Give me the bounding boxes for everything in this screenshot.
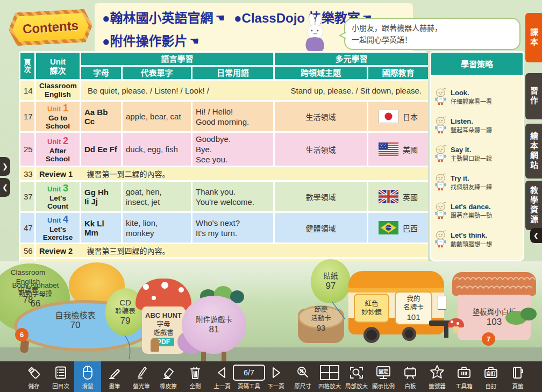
unit4-phrases: Who's next? It's my turn. [192, 212, 274, 244]
save-button[interactable]: 儲存 [20, 361, 47, 392]
toc-list-icon [54, 364, 68, 381]
classroom-english-label[interactable]: Classroom English 中譯表 78 [0, 268, 56, 305]
unit1-phrases: Hi! / Hello! Good morning. [192, 101, 274, 132]
partial-zoom-button[interactable]: 局部放大 [343, 361, 370, 392]
strategy-lets-think: Let's think.動動頭腦想一想 [434, 230, 520, 248]
mouse-tool-button[interactable]: 滑鼠 [74, 361, 101, 392]
hand-cursor-icon: ☚ [190, 35, 199, 47]
table-row-unit4: 47 Unit 4 Let's Exercise Kk Ll Mm kite, … [20, 212, 429, 244]
mushroom-door [151, 338, 159, 352]
contents-table: 頁次 Unit課次 語言學習 多元學習 字母 代表單字 日常用語 跨領域主題 國… [19, 51, 428, 289]
van-window-red-mirror[interactable]: 紅色 妙妙鏡 [354, 294, 389, 323]
sticker-balloon[interactable]: 貼紙 97 [311, 259, 351, 303]
robot-icon [434, 173, 448, 191]
learning-strategy-panel: 學習策略 Look.仔細觀察看一看 Listen.豎起耳朵聽一聽 Say it.… [430, 51, 524, 261]
original-size-button[interactable]: 原尺寸 [289, 361, 316, 392]
page-link-25[interactable]: 25 [20, 132, 35, 167]
table-row-review2: 56 Review 2 複習第三到四課的內容。 [20, 244, 429, 258]
sidebar-collapse-arrow[interactable]: ❮ [530, 228, 542, 243]
row-title: ClassroomEnglish [35, 80, 81, 101]
unit4-words: kite, lion, monkey [122, 212, 192, 244]
svg-text:固定: 固定 [379, 368, 389, 374]
hand-cursor-icon: ☚ [216, 12, 225, 24]
unit3-phrases: Thank you. You're welcome. [192, 181, 274, 212]
number-picker-button[interactable]: 7 籤號器 [424, 361, 451, 392]
whiteboard-button[interactable]: 白板 [397, 361, 424, 392]
delete-all-button[interactable]: 全刪 [182, 361, 209, 392]
page-link-56[interactable]: 56 [20, 244, 35, 258]
save-usb-icon [27, 364, 41, 381]
unit4-letters: Kk Ll Mm [81, 212, 122, 244]
unit3-country: 英國 [403, 191, 418, 202]
eraser-tool-button[interactable]: 橡皮擦 [155, 361, 182, 392]
page-link-37[interactable]: 37 [20, 181, 35, 212]
unit3-domain: 數學領域 [274, 181, 368, 212]
van-wheel [363, 327, 380, 343]
unit2-domain: 生活領域 [274, 132, 368, 167]
pink-house-whiteboard[interactable]: 墊板與小白板 103 [454, 272, 534, 340]
review2-title: Review 2 [39, 247, 73, 255]
strategy-listen: Listen.豎起耳朵聽一聽 [434, 116, 520, 134]
page-tab-button[interactable]: 頁籤 [504, 361, 531, 392]
page-link-47[interactable]: 47 [20, 212, 35, 244]
page-indicator[interactable]: 6/7 [233, 365, 265, 381]
tab-workbook[interactable]: 習作 [525, 73, 542, 119]
col-header-language-learning: 語言學習 [81, 52, 274, 66]
tab-teaching-resources[interactable]: 教學資源 [525, 181, 542, 230]
four-grid-zoom-button[interactable]: 四格放大 [316, 361, 343, 392]
strategy-panel-header: 學習策略 [430, 51, 524, 76]
tab-textbook[interactable]: 課本 [525, 13, 542, 62]
unit4-domain: 健體領域 [274, 212, 368, 244]
highlighter-tool-button[interactable]: 螢光筆 [128, 361, 155, 392]
bush [520, 308, 537, 320]
strategy-try-it: Try it.找個朋友練一練 [434, 173, 520, 191]
classroom-english-left: Be quiet, please. / Listen! / Look! / [88, 86, 209, 95]
table-row-unit1: 17 Unit 1 Go to School Aa Bb Cc apple, b… [20, 101, 429, 132]
unit2-phrases: Goodbye. Bye. See you. [192, 132, 274, 167]
robot-icon [434, 145, 448, 163]
chevron-left-icon: ❮ [2, 183, 8, 191]
van-wheel [402, 327, 416, 341]
previous-page-button[interactable]: 上一頁 [209, 361, 236, 392]
toolbox-button[interactable]: 工具箱 [451, 361, 477, 392]
contents-badge: Contents [8, 9, 93, 46]
pink-tree-trunk [201, 352, 206, 361]
link-attachment-video[interactable]: ●附件操作影片☚ [102, 34, 204, 48]
unit1-words: apple, bear, cat [122, 101, 192, 132]
ebook-viewer: Contents ●翰林國小英語官網☚ ●ClassDojo 快樂教室☚ ●附件… [0, 0, 542, 392]
next-page-button[interactable]: 下一頁 [262, 361, 289, 392]
japan-flag-icon [379, 110, 398, 123]
toolbox-icon [457, 364, 472, 381]
page-number-tool[interactable]: 6/7 頁碼工具 [236, 361, 262, 392]
mushroom-cap [136, 279, 191, 310]
unit1-country: 日本 [403, 111, 418, 122]
page-link-17[interactable]: 17 [20, 101, 35, 132]
van-window-name-card[interactable]: 我的 名牌卡 101 [395, 291, 432, 325]
small-mushroom [448, 318, 464, 334]
table-row-classroom-english: 14 ClassroomEnglish Be quiet, please. / … [20, 80, 429, 101]
pink-tree-game-cards[interactable]: 附件遊戲卡 81 [182, 296, 246, 354]
review1-desc: 複習第一到二課的內容。 [87, 170, 170, 179]
review2-desc: 複習第三到四課的內容。 [87, 247, 170, 255]
magnifier-brackets-icon [349, 364, 364, 381]
link-official-site[interactable]: ●翰林國小英語官網☚ [102, 11, 230, 25]
unit2-letters: Dd Ee Ff [81, 132, 122, 167]
van-sticker [438, 296, 446, 310]
unit2-words: duck, egg, fish [122, 132, 192, 167]
table-row-unit3: 37 Unit 3 Let's Count Gg Hh Ii Jj goat, … [20, 181, 429, 212]
display-ratio-button[interactable]: 固定 顯示比例 [370, 361, 397, 392]
strategy-look: Look.仔細觀察看一看 [434, 88, 520, 106]
toolbar: 儲存 回目次 滑鼠 畫筆 螢光筆 [0, 361, 542, 392]
page-link-33[interactable]: 33 [20, 167, 35, 181]
tab-picturebook-site[interactable]: 繪本網站 [525, 124, 542, 179]
whiteboard-icon [403, 364, 418, 381]
page-link-14[interactable]: 14 [20, 80, 35, 101]
panel-expand-arrow[interactable]: ❯ [0, 157, 10, 176]
back-to-toc-button[interactable]: 回目次 [47, 361, 74, 392]
usa-flag-icon [379, 142, 398, 156]
table-row-review1: 33 Review 1 複習第一到二課的內容。 [20, 167, 429, 181]
panel-collapse-arrow[interactable]: ❮ [0, 178, 10, 197]
custom-button[interactable]: 自訂 自訂 [477, 361, 504, 392]
mascot-speech-bubble: 小朋友，跟著機器人赫赫， 一起開心學英語！ [344, 18, 520, 50]
pen-tool-button[interactable]: 畫筆 [101, 361, 128, 392]
